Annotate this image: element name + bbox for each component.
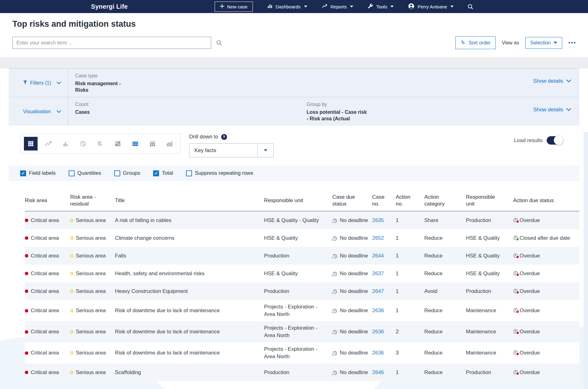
- more-options-button[interactable]: •••: [568, 39, 576, 46]
- chart-type-line-chart-icon[interactable]: [41, 137, 55, 151]
- action-no-cell: 1: [396, 231, 424, 245]
- column-header[interactable]: Title: [115, 197, 264, 204]
- view-as-label: View as: [502, 40, 519, 46]
- new-case-button[interactable]: New case: [215, 2, 253, 12]
- caret-down-icon: [350, 6, 353, 7]
- chart-type-area-chart-icon[interactable]: [163, 137, 177, 151]
- search-icon: [216, 39, 222, 46]
- risk-area-cell: Critical area: [25, 249, 70, 263]
- case-number-link[interactable]: 2644: [372, 252, 384, 260]
- load-results-toggle[interactable]: [547, 136, 563, 145]
- table-row: Critical area Serious area Falls Product…: [25, 247, 579, 265]
- case-no-cell: 2636: [372, 304, 396, 317]
- nav-item-dashboards[interactable]: Dashboards: [267, 3, 307, 10]
- select-caret-box[interactable]: [257, 144, 273, 157]
- action-category-cell: Reduce: [424, 304, 466, 317]
- chart-type-list-icon[interactable]: [128, 137, 142, 151]
- checkbox-icon[interactable]: [114, 170, 120, 176]
- sort-order-label: Sort order: [468, 40, 490, 46]
- drill-down-label: Drill down to: [189, 134, 218, 140]
- visualisation-toggle[interactable]: Visualisation: [9, 97, 68, 126]
- nav-group: New case Dashboards Reports T: [215, 2, 474, 12]
- case-type-value: Risk management - Risks: [75, 80, 131, 93]
- navbar-search-icon[interactable]: [467, 3, 474, 10]
- case-number-link[interactable]: 2652: [372, 234, 384, 242]
- nav-item-reports[interactable]: Reports: [321, 3, 353, 10]
- option-checkbox[interactable]: Quantities: [69, 170, 101, 176]
- option-checkbox[interactable]: Suppress repeating rows: [186, 170, 253, 176]
- column-header[interactable]: Responsible unit: [466, 194, 513, 207]
- page-header: Top risks and mitigation status Sort ord…: [0, 13, 588, 57]
- case-due-status-cell: No deadline: [332, 214, 372, 227]
- risk-area-cell: Critical area: [25, 267, 70, 280]
- column-header[interactable]: Action due status: [513, 197, 579, 204]
- option-label: Quantities: [77, 170, 101, 176]
- case-no-cell: 2647: [372, 285, 396, 298]
- chart-type-horizontal-bar-chart-icon[interactable]: [93, 137, 107, 151]
- sort-order-button[interactable]: Sort order: [455, 36, 495, 49]
- case-number-link[interactable]: 2646: [372, 369, 384, 376]
- action-unit-cell: Production: [466, 366, 513, 379]
- app-logo[interactable]: Synergi Life: [91, 3, 128, 10]
- clock-icon: [332, 271, 337, 276]
- filters-toggle[interactable]: Filters (1): [9, 69, 68, 97]
- chart-type-table-icon[interactable]: [24, 137, 38, 151]
- critical-dot-icon: [25, 289, 28, 293]
- help-icon[interactable]: ?: [221, 134, 227, 140]
- show-details-filters[interactable]: Show details: [533, 73, 571, 84]
- action-due-status-cell: Overdue: [513, 249, 579, 263]
- checkbox-icon[interactable]: ✓: [153, 170, 159, 176]
- search-input[interactable]: [12, 37, 211, 49]
- option-checkbox[interactable]: Groups: [114, 170, 140, 176]
- column-header[interactable]: Risk area: [25, 197, 70, 204]
- column-header[interactable]: Responsible unit: [264, 197, 332, 204]
- column-header[interactable]: Action category: [424, 194, 466, 207]
- case-number-link[interactable]: 2637: [372, 270, 384, 277]
- case-number-link[interactable]: 2636: [372, 349, 384, 357]
- action-due-status-icon: [513, 271, 518, 276]
- nav-label: Tools: [376, 4, 387, 9]
- serious-ring-icon: [70, 351, 73, 354]
- search-button[interactable]: [211, 37, 227, 49]
- option-checkbox[interactable]: ✓ Field labels: [20, 170, 56, 176]
- critical-dot-icon: [25, 254, 28, 257]
- action-category-cell: Reduce: [424, 366, 466, 379]
- action-due-status-cell: Overdue: [513, 346, 579, 360]
- case-number-link[interactable]: 2636: [372, 328, 384, 336]
- checkbox-icon[interactable]: [186, 170, 192, 176]
- scrollbar-track[interactable]: [584, 132, 588, 389]
- title-cell: A risk of falling in cables: [115, 214, 264, 227]
- case-number-link[interactable]: 2636: [372, 307, 384, 314]
- action-category-cell: Reduce: [424, 267, 466, 280]
- risk-residual-cell: Serious area: [70, 325, 115, 339]
- nav-item-tools[interactable]: Tools: [367, 3, 394, 10]
- title-cell: Risk of downtime due to lack of maintena…: [115, 304, 264, 317]
- checkbox-icon[interactable]: [69, 170, 75, 176]
- drill-down-value: Key facts: [189, 144, 257, 157]
- action-no-cell: 1: [396, 285, 424, 298]
- results-section: Drill down to ? Key facts Load results: [0, 126, 588, 157]
- view-as-dropdown[interactable]: Selection: [525, 37, 562, 49]
- column-header[interactable]: Case due status: [332, 194, 372, 207]
- user-menu[interactable]: Perry Antoane: [408, 3, 454, 11]
- chart-type-pie-chart-icon[interactable]: [76, 137, 90, 151]
- case-no-cell: 2636: [372, 325, 396, 339]
- deadline-dot: [332, 332, 334, 335]
- show-details-visualisation[interactable]: Show details: [533, 102, 571, 113]
- option-checkbox[interactable]: ✓ Total: [153, 170, 173, 176]
- chart-type-bar-chart-icon[interactable]: [59, 137, 72, 151]
- action-unit-cell: Production: [466, 214, 513, 227]
- column-header[interactable]: Case no.: [372, 194, 396, 207]
- case-number-link[interactable]: 2635: [372, 217, 384, 224]
- drill-down-select[interactable]: Key facts: [189, 143, 274, 157]
- show-details-label: Show details: [533, 78, 563, 84]
- chart-type-heatmap-icon[interactable]: [111, 137, 125, 151]
- case-number-link[interactable]: 2647: [372, 288, 384, 295]
- column-header[interactable]: Action no.: [396, 194, 424, 207]
- chart-type-pivot-table-icon[interactable]: [146, 137, 159, 151]
- new-case-label: New case: [227, 4, 248, 9]
- checkbox-icon[interactable]: ✓: [20, 170, 26, 176]
- caret-down-icon: [390, 6, 394, 7]
- column-header[interactable]: Risk area - residual: [70, 194, 115, 207]
- responsible-unit-cell: HSE & Quality: [264, 267, 332, 280]
